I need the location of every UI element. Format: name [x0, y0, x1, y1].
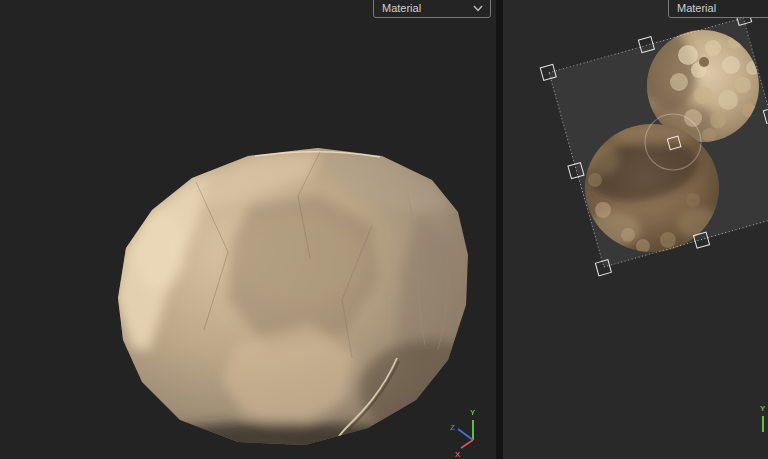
material-dropdown-value: Material [677, 3, 768, 14]
axis-gizmo[interactable]: Y Z X [445, 403, 495, 459]
material-dropdown[interactable]: Material [373, 0, 491, 18]
axis-x-label: X [455, 450, 461, 459]
material-dropdown-value: Material [382, 3, 473, 14]
viewport-2d[interactable]: Material Y [503, 0, 768, 459]
viewport-divider[interactable] [496, 0, 503, 459]
viewport-3d[interactable]: Material Y Z X [0, 0, 496, 459]
chevron-down-icon [473, 5, 483, 12]
axis-gizmo[interactable]: Y [753, 400, 768, 440]
material-dropdown[interactable]: Material [668, 0, 768, 18]
axis-y-label: Y [760, 404, 766, 413]
3d-editor-window: Material Y Z X [0, 0, 768, 459]
axis-z-label: Z [450, 423, 455, 432]
axis-y-label: Y [470, 408, 476, 417]
rock-model[interactable] [0, 0, 496, 459]
